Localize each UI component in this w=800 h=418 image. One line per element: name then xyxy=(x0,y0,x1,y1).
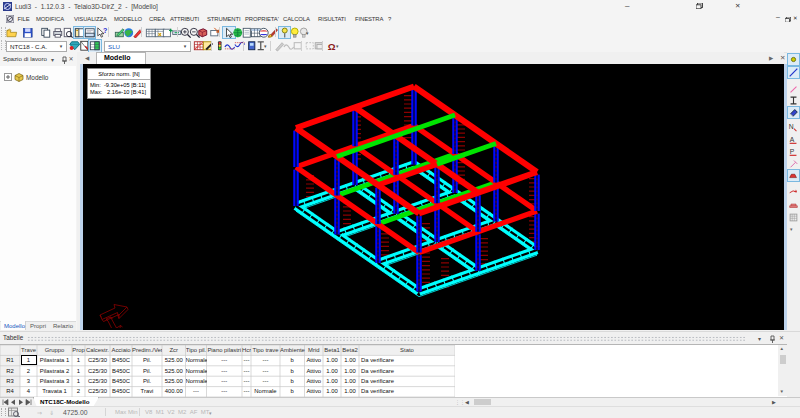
svg-text:A: A xyxy=(790,136,795,143)
svg-text:N: N xyxy=(789,123,794,130)
svg-text:Ω: Ω xyxy=(328,41,336,52)
svg-text:P: P xyxy=(790,148,795,155)
svg-text:?: ? xyxy=(103,27,107,34)
